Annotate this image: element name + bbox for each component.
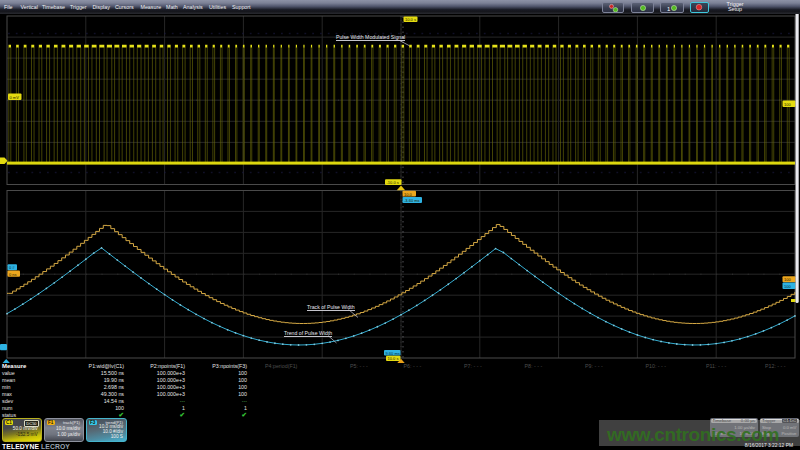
svg-text:10.0 s: 10.0 s bbox=[388, 356, 399, 361]
svg-text:9.60 ms: 9.60 ms bbox=[386, 351, 400, 356]
svg-text:100: 100 bbox=[784, 277, 791, 282]
svg-text:0 mV: 0 mV bbox=[10, 95, 20, 100]
svg-text:0 ns: 0 ns bbox=[9, 272, 17, 277]
svg-text:-10.0 s: -10.0 s bbox=[387, 180, 399, 185]
svg-text:100: 100 bbox=[784, 102, 791, 107]
svg-text:0 #: 0 # bbox=[9, 265, 15, 270]
svg-text:1: 1 bbox=[667, 6, 671, 12]
svg-text:10.0: 10.0 bbox=[404, 192, 413, 197]
svg-text:100: 100 bbox=[784, 284, 791, 289]
svg-text:10.0 s: 10.0 s bbox=[405, 17, 416, 22]
svg-text:-3.60 ms: -3.60 ms bbox=[404, 198, 420, 203]
